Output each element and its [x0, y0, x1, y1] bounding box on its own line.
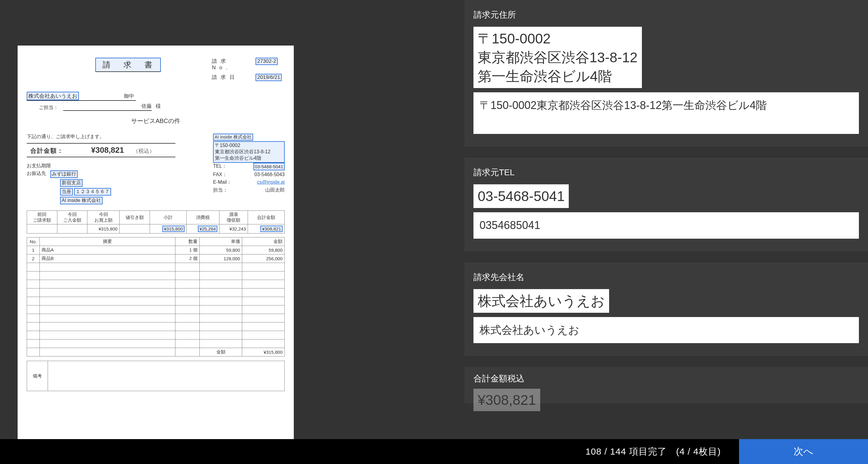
items-total-row: 金額¥315,800	[27, 348, 285, 356]
form-panel: 請求元住所〒150-0002東京都渋谷区渋谷13-8-12第一生命渋谷ビル4階請…	[464, 0, 868, 464]
items-header-desc: 摘要	[40, 237, 176, 246]
field-card: 請求元TEL03-5468-5041	[464, 157, 868, 251]
document-preview-panel: 請 求 書 請求No. 27302-2 請求日 2019/6/21 株式会社あい…	[0, 0, 458, 464]
invoice-no-value: 27302-2	[255, 58, 277, 65]
issuer-fax: 03-5468-5043	[254, 171, 285, 178]
summary-header: 合計金額	[248, 211, 285, 224]
pay-due-label: お支払期限	[27, 163, 51, 169]
total-amount-row: 合計金額： ¥308,821 （税込）	[27, 143, 176, 157]
issuer-contact: 山田太郎	[265, 187, 285, 194]
items-total-label: 金額	[200, 348, 242, 356]
total-amount: ¥308,821	[91, 145, 124, 155]
remarks-block: 備考	[27, 361, 285, 391]
issuer-addr2: 第一生命渋谷ビル4階	[215, 155, 283, 162]
invoice-meta: 請求No. 27302-2 請求日 2019/6/21	[212, 58, 282, 84]
item-qty: 2 個	[176, 255, 200, 263]
summary-value: ¥315,800	[150, 224, 186, 234]
recipient-company: 株式会社あいうえお	[27, 92, 79, 100]
bank-name: みずほ銀行	[51, 170, 78, 178]
invoice-notice: 下記の通り、ご請求申し上げます。	[27, 134, 204, 140]
summary-header: 今回ご入金額	[57, 211, 87, 224]
recipient-onchu: 御中	[124, 93, 134, 99]
table-row-empty	[27, 306, 285, 314]
total-tax: （税込）	[133, 147, 155, 154]
remarks-box	[48, 361, 285, 391]
contact-name: 佐藤	[142, 103, 152, 109]
account-no: １２３４５６７	[74, 188, 111, 196]
field-snippet: 株式会社あいうえお	[473, 289, 609, 313]
contact-sama: 様	[156, 103, 161, 110]
invoice-subject: サービスABCの件	[27, 117, 285, 125]
summary-value	[27, 224, 57, 234]
table-row-empty	[27, 340, 285, 348]
invoice-date-label: 請求日	[212, 74, 240, 81]
invoice-date-value: 2019/6/21	[255, 74, 282, 81]
item-price: 128,000	[200, 255, 242, 263]
issuer-tel-label: TEL：	[213, 163, 227, 170]
items-header-qty: 数量	[176, 237, 200, 246]
field-card: 請求先会社名株式会社あいうえお	[464, 262, 868, 356]
field-input[interactable]	[473, 212, 859, 238]
summary-header: 今回お買上額	[87, 211, 120, 224]
issuer-fax-label: FAX：	[213, 171, 227, 178]
item-no: 2	[27, 255, 40, 263]
issuer-addr1: 東京都渋谷区渋谷13-8-12	[215, 149, 283, 155]
invoice-no-label: 請求No.	[212, 58, 240, 71]
field-label-peek: 合計金額税込	[473, 373, 859, 384]
summary-header: 小計	[150, 211, 186, 224]
summary-header: 消費税	[186, 211, 219, 224]
invoice-document: 請 求 書 請求No. 27302-2 請求日 2019/6/21 株式会社あい…	[18, 46, 294, 440]
issuer-email: cs@inside.ai	[257, 179, 285, 185]
items-table: No. 摘要 数量 単価 金額 1商品A1 個59,80059,8002商品B2…	[27, 237, 285, 356]
table-row: 1商品A1 個59,80059,800	[27, 246, 285, 255]
table-row-empty	[27, 280, 285, 288]
table-row-empty	[27, 322, 285, 331]
summary-value: ¥315,800	[87, 224, 120, 234]
summary-table: 前回ご請求額今回ご入金額今回お買上額値引き額小計消費税源泉徴収額合計金額 ¥31…	[27, 210, 285, 234]
summary-header: 源泉徴収額	[219, 211, 248, 224]
item-desc: 商品B	[40, 255, 176, 263]
items-header-amt: 金額	[242, 237, 285, 246]
item-desc: 商品A	[40, 246, 176, 255]
branch-name: 新宿支店	[60, 179, 83, 187]
field-snippet: 03-5468-5041	[473, 184, 569, 208]
issuer-block: AI inside 株式会社 〒150-0002 東京都渋谷区渋谷13-8-12…	[213, 134, 285, 194]
item-amt: 59,800	[242, 246, 285, 255]
table-row-empty	[27, 297, 285, 306]
issuer-email-label: E-Mail：	[213, 179, 231, 185]
table-row-empty	[27, 288, 285, 297]
field-input[interactable]	[473, 92, 859, 134]
table-row-empty	[27, 263, 285, 271]
account-type: 当座	[60, 188, 73, 196]
summary-header: 値引き額	[120, 211, 150, 224]
item-no: 1	[27, 246, 40, 255]
issuer-postal: 〒150-0002	[215, 142, 283, 149]
item-qty: 1 個	[176, 246, 200, 255]
items-header-no: No.	[27, 237, 40, 246]
summary-header: 前回ご請求額	[27, 211, 57, 224]
summary-value	[57, 224, 87, 234]
remarks-label: 備考	[27, 361, 48, 391]
contact-label: ご担当：	[39, 105, 58, 111]
total-label: 合計金額：	[30, 147, 64, 155]
field-input[interactable]	[473, 317, 859, 343]
next-button[interactable]: 次へ	[739, 439, 868, 464]
summary-value: ¥308,821	[248, 224, 285, 234]
progress-text: 108 / 144 項目完了 (4 / 4枚目)	[585, 445, 721, 458]
field-snippet-peek: ¥308,821	[473, 389, 540, 411]
issuer-contact-label: 担当：	[213, 187, 228, 194]
field-card: 請求元住所〒150-0002東京都渋谷区渋谷13-8-12第一生命渋谷ビル4階	[464, 0, 868, 147]
field-label: 請求先会社名	[473, 271, 859, 283]
table-row-empty	[27, 314, 285, 322]
item-amt: 256,000	[242, 255, 285, 263]
items-total-value: ¥315,800	[242, 348, 285, 356]
bottom-bar: 108 / 144 項目完了 (4 / 4枚目) 次へ	[0, 439, 868, 464]
bank-label: お振込先	[27, 170, 46, 178]
table-row-empty	[27, 271, 285, 280]
invoice-title: 請 求 書	[95, 58, 161, 72]
summary-value: ¥32,243	[219, 224, 248, 234]
field-card-peek: 合計金額税込 ¥308,821	[464, 367, 868, 403]
table-row-empty	[27, 331, 285, 340]
field-label: 請求元住所	[473, 9, 859, 21]
table-row: 2商品B2 個128,000256,000	[27, 255, 285, 263]
